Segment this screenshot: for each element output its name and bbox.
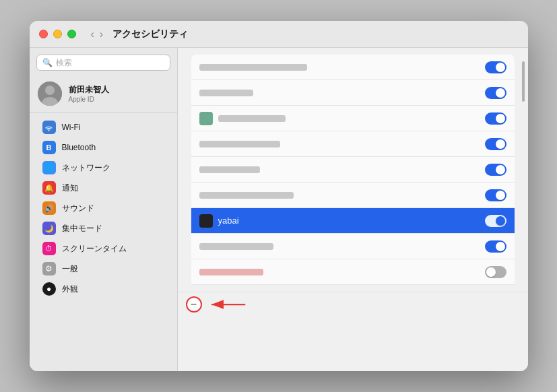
settings-row[interactable] xyxy=(191,234,515,259)
avatar xyxy=(38,81,62,106)
row-label xyxy=(199,112,286,125)
nav-arrows: ‹ › xyxy=(90,28,105,40)
settings-row[interactable] xyxy=(191,157,515,183)
arrow-indicator xyxy=(207,296,248,313)
page-title: アクセシビリティ xyxy=(112,28,188,40)
notifications-icon: 🔔 xyxy=(42,181,56,195)
sidebar-item-sound[interactable]: 🔊 サウンド xyxy=(33,198,174,218)
bluetooth-icon: B xyxy=(42,141,56,154)
sidebar-label-focus: 集中モード xyxy=(62,223,102,234)
sidebar-label-screentime: スクリーンタイム xyxy=(62,243,127,255)
settings-content: yabai xyxy=(178,48,528,292)
user-apple-id: Apple ID xyxy=(69,96,109,103)
sidebar-item-screentime[interactable]: ⏱ スクリーンタイム xyxy=(33,238,174,259)
settings-row[interactable] xyxy=(191,106,515,131)
wifi-icon xyxy=(42,121,56,134)
svg-point-1 xyxy=(45,86,55,95)
sidebar-item-appearance[interactable]: ● 外観 xyxy=(33,279,174,299)
sidebar-label-sound: サウンド xyxy=(62,203,94,214)
scrollbar-thumb[interactable] xyxy=(522,61,525,102)
blurred-label xyxy=(199,90,253,96)
scrollbar[interactable] xyxy=(521,48,525,371)
appearance-icon: ● xyxy=(42,282,56,296)
row-label xyxy=(199,243,273,250)
main-window: ‹ › アクセシビリティ 🔍 xyxy=(30,21,528,371)
blurred-label xyxy=(199,243,273,250)
toggle[interactable] xyxy=(485,61,506,73)
search-input[interactable] xyxy=(56,58,164,67)
blurred-label xyxy=(199,192,294,199)
row-label xyxy=(199,269,263,275)
sidebar-label-general: 一般 xyxy=(62,263,78,275)
sidebar-label-bluetooth: Bluetooth xyxy=(62,143,96,152)
yabai-icon xyxy=(199,214,213,228)
row-label xyxy=(199,64,307,71)
sidebar-item-notifications[interactable]: 🔔 通知 xyxy=(33,178,174,198)
sidebar-label-wifi: Wi-Fi xyxy=(62,123,81,132)
maximize-button[interactable] xyxy=(67,30,76,38)
toggle[interactable] xyxy=(485,240,506,253)
row-label: yabai xyxy=(199,214,239,228)
arrow-icon xyxy=(207,296,248,313)
screentime-icon: ⏱ xyxy=(42,242,56,255)
blurred-label xyxy=(199,141,280,148)
settings-row-yabai[interactable]: yabai xyxy=(191,208,515,234)
user-info: 前田未智人 Apple ID xyxy=(69,84,109,103)
sidebar-item-wifi[interactable]: Wi-Fi xyxy=(33,117,174,137)
content-area: 🔍 前田未智人 Apple ID xyxy=(30,48,528,371)
focus-icon: 🌙 xyxy=(42,222,56,235)
close-button[interactable] xyxy=(39,30,48,38)
row-label xyxy=(199,192,294,199)
sidebar-label-appearance: 外観 xyxy=(62,284,78,295)
settings-row[interactable] xyxy=(191,183,515,208)
toggle[interactable] xyxy=(485,164,506,176)
forward-button[interactable]: › xyxy=(98,28,104,40)
settings-row[interactable] xyxy=(191,80,515,106)
search-bar[interactable]: 🔍 xyxy=(36,55,170,71)
search-icon: 🔍 xyxy=(42,58,53,67)
row-label xyxy=(199,90,253,96)
sidebar: 🔍 前田未智人 Apple ID xyxy=(30,48,178,371)
network-icon: 🌐 xyxy=(42,161,56,174)
settings-list: yabai xyxy=(191,55,515,285)
toggle-off[interactable] xyxy=(485,266,506,278)
general-icon: ⚙ xyxy=(42,262,56,275)
blurred-label xyxy=(199,166,260,173)
toggle[interactable] xyxy=(485,189,506,201)
toggle[interactable] xyxy=(485,112,506,125)
sidebar-item-network[interactable]: 🌐 ネットワーク xyxy=(33,158,174,178)
remove-button[interactable]: − xyxy=(186,296,202,313)
sidebar-label-notifications: 通知 xyxy=(62,183,78,194)
sound-icon: 🔊 xyxy=(42,201,56,215)
user-profile[interactable]: 前田未智人 Apple ID xyxy=(30,77,177,113)
blurred-label xyxy=(199,269,263,275)
settings-row[interactable] xyxy=(191,55,515,80)
sidebar-item-general[interactable]: ⚙ 一般 xyxy=(33,259,174,279)
row-label xyxy=(199,141,280,148)
sidebar-item-focus[interactable]: 🌙 集中モード xyxy=(33,218,174,238)
main-panel: yabai xyxy=(178,48,528,371)
minimize-button[interactable] xyxy=(53,30,62,38)
row-label xyxy=(199,166,260,173)
settings-row[interactable] xyxy=(191,131,515,157)
user-name: 前田未智人 xyxy=(69,84,109,96)
toggle[interactable] xyxy=(485,138,506,150)
app-icon xyxy=(199,112,213,125)
yabai-label: yabai xyxy=(218,216,239,226)
toggle-yabai[interactable] xyxy=(485,215,506,227)
titlebar: ‹ › アクセシビリティ xyxy=(30,21,528,48)
toggle[interactable] xyxy=(485,87,506,99)
settings-row[interactable] xyxy=(191,259,515,285)
bottom-bar: − xyxy=(178,292,528,317)
sidebar-label-network: ネットワーク xyxy=(62,162,110,174)
blurred-label xyxy=(218,115,286,122)
blurred-label xyxy=(199,64,307,71)
sidebar-item-bluetooth[interactable]: B Bluetooth xyxy=(33,137,174,158)
back-button[interactable]: ‹ xyxy=(90,28,96,40)
